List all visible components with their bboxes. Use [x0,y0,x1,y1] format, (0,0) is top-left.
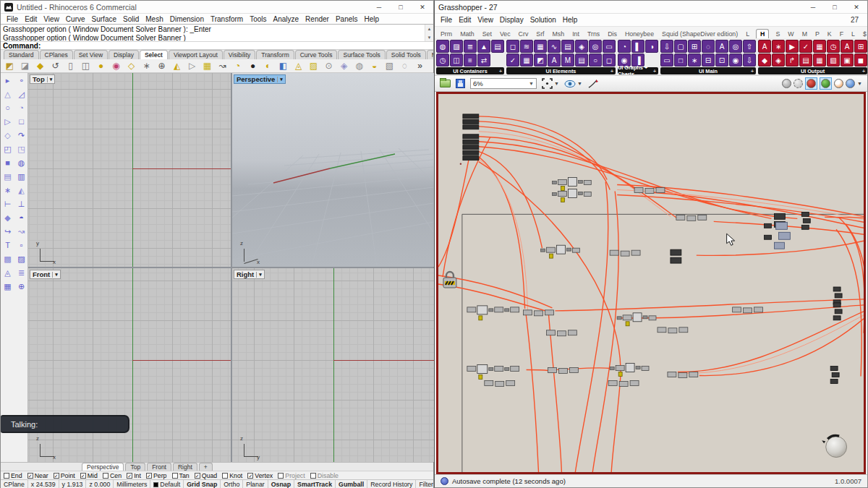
gh-node[interactable] [833,316,841,320]
rhino-sidebar-tool-icon[interactable]: ▩ [1,253,14,265]
gh-node[interactable] [679,328,688,333]
rhino-sidebar-tool-icon[interactable]: ∗ [1,184,14,196]
rhino-tool-icon[interactable]: ◧ [276,60,290,72]
toolbar-tab-standard[interactable]: Standard [4,50,39,59]
gh-component-icon[interactable]: ▤ [491,40,504,53]
rhino-tool-icon[interactable]: ◩ [3,60,17,72]
rhino-tool-icon[interactable]: ▨ [307,60,320,72]
gh-component-icon[interactable]: ◷ [436,53,449,67]
status-ortho[interactable]: Ortho [221,480,243,488]
gh-node[interactable] [676,215,685,220]
gh-group-label[interactable]: UI Output+ [758,67,867,74]
rhino-sidebar-tool-icon[interactable]: ◳ [15,143,27,155]
rhino-sidebar-tool-icon[interactable]: ⊕ [15,281,27,292]
rhino-tool-icon[interactable]: ● [246,60,260,72]
gh-node[interactable] [649,316,656,320]
gh-node[interactable] [698,215,707,220]
gh-menu-display[interactable]: Display [500,16,524,24]
gh-group-label[interactable]: UI Main+ [660,67,756,74]
status-gumball[interactable]: Gumball [336,480,367,488]
gh-component-icon[interactable]: ≋ [520,40,533,53]
toolbar-tab-select[interactable]: Select [140,50,168,59]
checkbox-checked-icon[interactable]: ✓ [146,473,152,479]
gh-source-node[interactable] [463,134,479,139]
gh-component-icon[interactable]: ◈ [772,53,785,67]
close-button[interactable]: ✕ [846,1,867,13]
checkbox-unchecked-icon[interactable] [310,473,316,479]
rhino-sidebar-tool-icon[interactable]: ◓ [15,212,27,223]
status-osnap[interactable]: Osnap [268,480,294,488]
checkbox-unchecked-icon[interactable] [222,473,228,479]
gh-component-icon[interactable]: ◷ [827,40,840,53]
gh-component-icon[interactable]: ◔ [618,40,631,53]
gh-node[interactable] [619,381,628,386]
gh-node[interactable] [733,307,741,312]
gh-node[interactable] [467,307,476,312]
checkbox-checked-icon[interactable]: ✓ [127,473,132,479]
rhino-tool-icon[interactable]: ⊙ [322,60,336,72]
toolbar-tab-solid-tools[interactable]: Solid Tools [386,50,426,59]
gh-node[interactable] [549,254,553,258]
checkbox-unchecked-icon[interactable] [103,473,109,479]
gh-node[interactable] [489,309,493,312]
status-y-1-913[interactable]: y 1.913 [59,480,87,488]
toolbar-tab-cplanes[interactable]: CPlanes [40,50,73,59]
gh-component-icon[interactable]: ⇩ [743,53,756,67]
gh-node[interactable] [467,367,476,372]
gh-tab-vec[interactable]: Vec [498,30,512,38]
osnap-near[interactable]: ✓Near [27,472,48,479]
gh-component-icon[interactable]: ▭ [603,40,616,53]
gh-component-icon[interactable]: □ [674,53,687,67]
osnap-end[interactable]: End [4,472,22,479]
rhino-sidebar-tool-icon[interactable]: ○ [1,102,14,114]
osnap-vertex[interactable]: ✓Vertex [247,472,273,479]
viewport-top[interactable]: Top▾ yx [28,73,231,267]
close-button[interactable]: ✕ [412,1,433,13]
rhino-sidebar-tool-icon[interactable]: ◰ [1,143,14,155]
rhino-sidebar-tool-icon[interactable]: ▥ [15,171,27,182]
command-prompt[interactable]: Command: [1,42,433,50]
gh-tab-w[interactable]: W [786,30,795,38]
osnap-knot[interactable]: Knot [222,472,242,479]
gh-node[interactable] [552,181,556,184]
viewport-top-label[interactable]: Top▾ [30,74,55,84]
gh-node[interactable] [621,251,629,256]
gh-node[interactable] [610,367,614,370]
gh-node[interactable] [572,248,579,252]
menu-file[interactable]: File [7,15,18,23]
save-file-icon[interactable] [456,79,465,88]
rhino-tool-icon[interactable]: ⊕ [155,60,169,72]
gh-component-icon[interactable]: ∿ [548,40,561,53]
gh-component-icon[interactable]: ✓ [799,40,812,53]
gh-node[interactable] [546,330,555,335]
gh-node[interactable] [830,367,838,371]
rhino-tool-icon[interactable]: ▧ [383,60,396,72]
gh-node[interactable] [566,248,571,251]
rhino-sidebar-tool-icon[interactable]: T [1,239,14,251]
status-filter[interactable]: Filter [416,480,433,488]
toolbar-tab-display[interactable]: Display [109,50,139,59]
gh-tab-l[interactable]: L [744,30,751,38]
gh-node[interactable] [608,380,617,385]
gh-menu-view[interactable]: View [477,16,493,24]
rhino-sidebar-tool-icon[interactable]: ▤ [1,171,14,182]
gh-node[interactable] [774,242,784,249]
rhino-tool-icon[interactable]: ● [94,60,108,72]
gh-component-icon[interactable]: ○ [589,53,602,67]
rhino-tool-icon[interactable]: ◉ [109,60,123,72]
gh-node[interactable] [633,313,642,322]
expand-group-icon[interactable]: + [862,69,865,74]
gh-node[interactable] [645,189,654,194]
osnap-int[interactable]: ✓Int [127,472,141,479]
rhino-tool-icon[interactable]: ◭ [170,60,184,72]
gh-tab-p[interactable]: P [814,30,821,38]
rhino-sidebar-tool-icon[interactable]: ◿ [15,88,27,100]
gh-component-icon[interactable]: ◑ [645,40,658,53]
gh-menu-help[interactable]: Help [563,16,578,24]
rhino-sidebar-tool-icon[interactable]: ▨ [15,253,27,265]
gh-tab-msh[interactable]: Msh [551,30,566,38]
gh-component-icon[interactable]: ✓ [506,53,519,67]
gh-component-icon[interactable]: ◻ [506,40,519,53]
gh-node[interactable] [511,307,519,312]
osnap-disable[interactable]: Disable [310,472,339,479]
